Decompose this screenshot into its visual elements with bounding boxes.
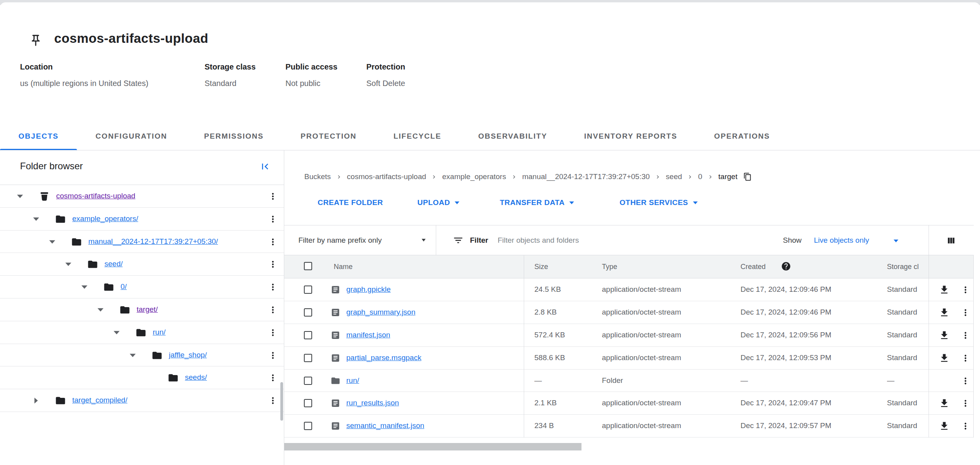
more-options-icon[interactable] xyxy=(268,282,278,293)
table-row: run/—Folder—— xyxy=(284,370,974,392)
more-options-icon[interactable] xyxy=(268,304,278,315)
row-checkbox[interactable] xyxy=(304,399,312,407)
object-name-link[interactable]: graph_summary.json xyxy=(346,308,415,317)
row-checkbox[interactable] xyxy=(304,308,312,317)
help-icon[interactable] xyxy=(781,261,791,271)
cell-type: application/octet-stream xyxy=(602,331,681,339)
more-options-icon[interactable] xyxy=(268,395,278,406)
tree-item[interactable]: 0/ xyxy=(0,276,284,298)
more-options-icon[interactable] xyxy=(960,330,971,341)
tree-item-link[interactable]: run/ xyxy=(153,328,166,337)
breadcrumb-item[interactable]: cosmos-artifacts-upload xyxy=(347,172,426,181)
more-options-icon[interactable] xyxy=(960,353,971,364)
tree-item[interactable]: target_compiled/ xyxy=(0,389,284,412)
download-icon[interactable] xyxy=(939,284,950,295)
expand-arrow-icon[interactable] xyxy=(15,191,25,201)
tree-item-link[interactable]: example_operators/ xyxy=(72,214,138,223)
table-row: partial_parse.msgpack588.6 KBapplication… xyxy=(284,347,974,370)
more-options-icon[interactable] xyxy=(960,421,971,432)
tree-item-link[interactable]: 0/ xyxy=(121,282,127,291)
tab-protection[interactable]: PROTECTION xyxy=(282,123,375,150)
tree-item-link[interactable]: seed/ xyxy=(104,260,122,268)
tree-scrollbar[interactable] xyxy=(280,382,283,421)
more-options-icon[interactable] xyxy=(268,214,278,225)
tab-observability[interactable]: OBSERVABILITY xyxy=(460,123,566,150)
more-options-icon[interactable] xyxy=(960,284,971,295)
more-options-icon[interactable] xyxy=(960,307,971,318)
more-options-icon[interactable] xyxy=(268,350,278,361)
filter-prefix-dropdown[interactable]: Filter by name prefix only xyxy=(298,236,436,245)
download-icon[interactable] xyxy=(939,330,950,341)
more-options-icon[interactable] xyxy=(268,327,278,338)
download-icon[interactable] xyxy=(939,353,950,364)
tree-item-link[interactable]: cosmos-artifacts-upload xyxy=(56,192,135,200)
object-name-link[interactable]: partial_parse.msgpack xyxy=(346,353,421,362)
show-dropdown[interactable]: Live objects only xyxy=(814,236,869,245)
tree-item-link[interactable]: seeds/ xyxy=(185,373,207,382)
tree-item[interactable]: seeds/ xyxy=(0,366,284,389)
row-checkbox[interactable] xyxy=(304,354,312,362)
filter-input[interactable]: Filter objects and folders xyxy=(497,236,579,245)
object-name-link[interactable]: graph.gpickle xyxy=(346,285,391,294)
download-icon[interactable] xyxy=(939,398,950,409)
tree-item[interactable]: jaffle_shop/ xyxy=(0,344,284,367)
download-icon[interactable] xyxy=(939,421,950,432)
row-checkbox[interactable] xyxy=(304,422,312,430)
horizontal-scrollbar[interactable] xyxy=(284,443,581,450)
expand-arrow-icon[interactable] xyxy=(47,237,57,247)
select-all-checkbox[interactable] xyxy=(304,262,312,270)
expand-arrow-icon[interactable] xyxy=(63,259,73,269)
more-options-icon[interactable] xyxy=(268,191,278,202)
object-name-link[interactable]: run/ xyxy=(346,376,359,385)
collapse-arrow-icon[interactable] xyxy=(31,395,41,406)
tree-item-link[interactable]: target_compiled/ xyxy=(72,396,127,405)
create-folder-button[interactable]: CREATE FOLDER xyxy=(318,198,383,207)
expand-arrow-icon[interactable] xyxy=(112,328,122,338)
tree-item-link[interactable]: jaffle_shop/ xyxy=(169,351,207,359)
breadcrumb-item[interactable]: seed xyxy=(666,172,682,181)
more-options-icon[interactable] xyxy=(960,398,971,409)
tree-item-link[interactable]: target/ xyxy=(137,305,158,314)
more-options-icon[interactable] xyxy=(960,375,971,386)
tab-inventory-reports[interactable]: INVENTORY REPORTS xyxy=(566,123,696,150)
more-options-icon[interactable] xyxy=(268,236,278,247)
upload-button[interactable]: UPLOAD xyxy=(417,198,459,207)
object-name-link[interactable]: run_results.json xyxy=(346,399,399,407)
tree-item[interactable]: run/ xyxy=(0,321,284,344)
cell-created: Dec 17, 2024, 12:09:46 PM xyxy=(740,285,831,294)
tree-item[interactable]: manual__2024-12-17T17:39:27+05:30/ xyxy=(0,231,284,253)
tree-item[interactable]: cosmos-artifacts-upload xyxy=(0,185,284,208)
more-options-icon[interactable] xyxy=(268,259,278,270)
breadcrumb-item[interactable]: manual__2024-12-17T17:39:27+05:30 xyxy=(522,172,650,181)
chevron-right-icon xyxy=(655,174,660,179)
copy-path-icon[interactable] xyxy=(743,172,752,181)
other-services-button[interactable]: OTHER SERVICES xyxy=(620,198,698,207)
breadcrumb-item[interactable]: example_operators xyxy=(442,172,506,181)
expand-arrow-icon[interactable] xyxy=(128,350,138,361)
collapse-panel-icon[interactable] xyxy=(259,161,271,172)
chevron-down-icon xyxy=(693,201,698,204)
object-name-link[interactable]: manifest.json xyxy=(346,331,390,339)
column-settings-icon[interactable] xyxy=(946,236,956,245)
tree-item[interactable]: seed/ xyxy=(0,253,284,276)
download-icon[interactable] xyxy=(939,307,950,318)
tab-operations[interactable]: OPERATIONS xyxy=(696,123,788,150)
more-options-icon[interactable] xyxy=(268,372,278,383)
expand-arrow-icon[interactable] xyxy=(31,214,41,224)
tab-lifecycle[interactable]: LIFECYCLE xyxy=(375,123,460,150)
tree-item[interactable]: target/ xyxy=(0,298,284,321)
row-checkbox[interactable] xyxy=(304,331,312,339)
transfer-data-button[interactable]: TRANSFER DATA xyxy=(500,198,574,207)
object-name-link[interactable]: semantic_manifest.json xyxy=(346,421,424,430)
row-checkbox[interactable] xyxy=(304,377,312,385)
expand-arrow-icon[interactable] xyxy=(79,282,90,292)
breadcrumb-item[interactable]: 0 xyxy=(698,172,702,181)
tab-objects[interactable]: OBJECTS xyxy=(0,123,77,150)
tab-permissions[interactable]: PERMISSIONS xyxy=(186,123,282,150)
tree-item[interactable]: example_operators/ xyxy=(0,208,284,231)
tree-item-link[interactable]: manual__2024-12-17T17:39:27+05:30/ xyxy=(88,237,218,246)
row-checkbox[interactable] xyxy=(304,286,312,294)
tab-configuration[interactable]: CONFIGURATION xyxy=(77,123,185,150)
expand-arrow-icon[interactable] xyxy=(95,305,106,315)
breadcrumb-item[interactable]: Buckets xyxy=(304,172,331,181)
